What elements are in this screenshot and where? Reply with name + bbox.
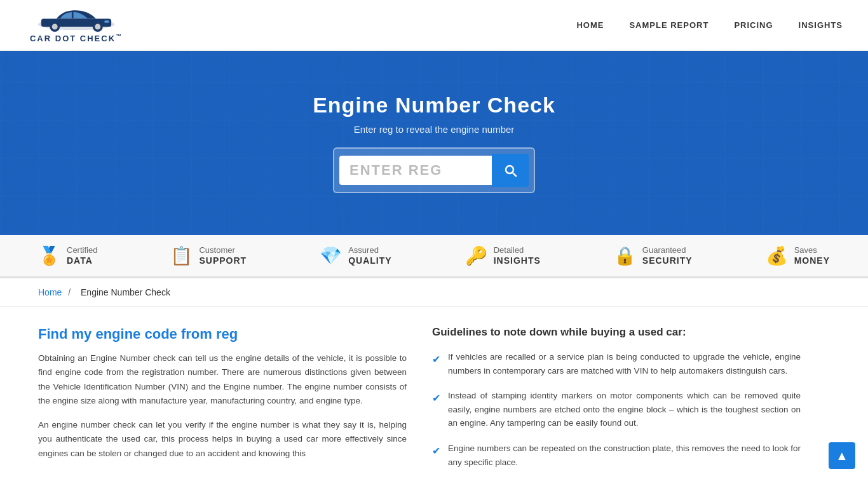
check-icon-3: ✔ [432, 443, 440, 469]
certified-bottom: DATA [67, 255, 97, 266]
money-bottom: MONEY [794, 255, 830, 266]
logo-text: CAR DOT CHECK™ [30, 33, 123, 43]
search-button[interactable] [492, 154, 529, 187]
badge-certified: 🏅 Certified DATA [38, 245, 97, 266]
left-column: Find my engine code from reg Obtaining a… [38, 326, 407, 471]
money-top: Saves [794, 245, 830, 255]
search-input[interactable] [339, 156, 492, 185]
guideline-text-3: Engine numbers can be repeated on the co… [448, 442, 801, 469]
nav-sample-report[interactable]: SAMPLE REPORT [629, 20, 709, 30]
guideline-item-1: ✔ If vehicles are recalled or a service … [432, 350, 801, 377]
breadcrumb-current: Engine Number Check [81, 287, 170, 297]
svg-rect-6 [104, 21, 109, 24]
certified-icon: 🏅 [38, 245, 60, 266]
quality-top: Assured [348, 245, 391, 255]
guideline-item-2: ✔ Instead of stamping identity markers o… [432, 389, 801, 430]
guideline-text-1: If vehicles are recalled or a service pl… [448, 350, 801, 377]
breadcrumb-separator: / [68, 287, 73, 297]
security-top: Guaranteed [642, 245, 693, 255]
badge-insights: 🔑 Detailed INSIGHTS [465, 245, 541, 266]
right-column: Guidelines to note down while buying a u… [432, 326, 801, 471]
money-icon: 💰 [766, 245, 788, 266]
security-bottom: SECURITY [642, 255, 693, 266]
support-bottom: SUPPORT [199, 255, 247, 266]
hero-content: Engine Number Check Enter reg to reveal … [313, 93, 555, 193]
badge-quality: 💎 Assured QUALITY [320, 245, 391, 266]
hero-subtitle: Enter reg to reveal the engine number [354, 124, 515, 135]
svg-point-3 [52, 24, 58, 30]
insights-icon: 🔑 [465, 245, 487, 266]
scroll-top-button[interactable]: ▲ [829, 442, 855, 469]
guideline-item-3: ✔ Engine numbers can be repeated on the … [432, 442, 801, 469]
support-top: Customer [199, 245, 247, 255]
guidelines-list: ✔ If vehicles are recalled or a service … [432, 350, 801, 469]
certified-top: Certified [67, 245, 97, 255]
badges-bar: 🏅 Certified DATA 📋 Customer SUPPORT 💎 As… [0, 235, 868, 278]
left-para-2: An engine number check can let you verif… [38, 418, 407, 461]
badge-support: 📋 Customer SUPPORT [170, 245, 247, 266]
header: CAR DOT CHECK™ HOME SAMPLE REPORT PRICIN… [0, 0, 868, 51]
logo-car-icon [25, 6, 127, 32]
quality-bottom: QUALITY [348, 255, 391, 266]
hero-section: Engine Number Check Enter reg to reveal … [0, 51, 868, 235]
nav-home[interactable]: HOME [576, 20, 604, 30]
nav-insights[interactable]: INSIGHTS [799, 20, 843, 30]
breadcrumb: Home / Engine Number Check [0, 278, 868, 307]
badge-money: 💰 Saves MONEY [766, 245, 830, 266]
security-icon: 🔒 [614, 245, 636, 266]
breadcrumb-home[interactable]: Home [38, 287, 62, 297]
left-para-1: Obtaining an Engine Number check can tel… [38, 351, 407, 408]
main-content: Find my engine code from reg Obtaining a… [0, 307, 868, 488]
badge-security: 🔒 Guaranteed SECURITY [614, 245, 693, 266]
support-icon: 📋 [170, 245, 193, 266]
insights-top: Detailed [494, 245, 541, 255]
guideline-text-2: Instead of stamping identity markers on … [448, 389, 801, 430]
check-icon-1: ✔ [432, 351, 440, 377]
hero-title: Engine Number Check [313, 93, 555, 118]
nav-pricing[interactable]: PRICING [734, 20, 773, 30]
search-container [333, 147, 535, 193]
right-section-title: Guidelines to note down while buying a u… [432, 326, 801, 339]
svg-point-5 [95, 24, 100, 30]
insights-bottom: INSIGHTS [494, 255, 541, 266]
left-section-title: Find my engine code from reg [38, 326, 407, 342]
main-nav: HOME SAMPLE REPORT PRICING INSIGHTS [576, 20, 843, 30]
search-icon [503, 163, 518, 178]
quality-icon: 💎 [320, 245, 342, 266]
check-icon-2: ✔ [432, 390, 440, 430]
logo: CAR DOT CHECK™ [25, 6, 127, 43]
